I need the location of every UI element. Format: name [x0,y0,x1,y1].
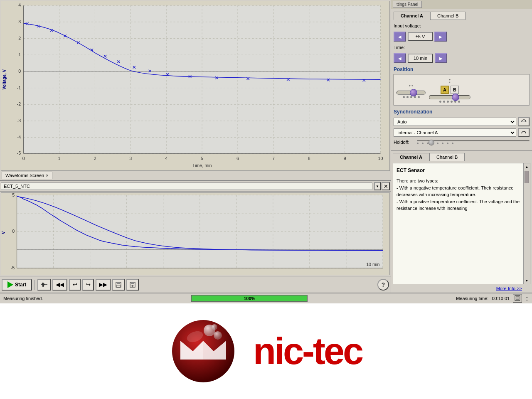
export-btn[interactable] [126,279,139,291]
sync-label: Synchronization [394,109,530,115]
status-bar: Measuring finished. 100% Measuring time:… [0,293,532,303]
holdoff-dot [417,143,419,144]
skip-back-btn[interactable]: ◀◀ [52,279,67,291]
svg-rect-104 [117,282,120,284]
nic-tec-logo-text: nic-tec [253,330,362,373]
svg-text:5: 5 [201,156,203,161]
progress-container: 100% [46,295,453,302]
scroll-thumb[interactable] [525,171,529,183]
settings-panel-label: ttings Panel [393,1,422,8]
svg-text:6: 6 [236,156,239,161]
channel-b-tab-settings[interactable]: Channel B [430,12,466,20]
time-label: Time: [394,45,427,50]
slider-dot [403,96,405,98]
info-scrollbar[interactable]: ▲ ▼ [523,163,530,284]
holdoff-thumb[interactable] [429,140,434,145]
sync-channel-select[interactable]: Internal - Channel A [394,128,516,137]
holdoff-dot [437,143,438,144]
scroll-down-btn[interactable]: ▼ [524,277,530,284]
voltage-value: ±5 V [408,32,433,41]
holdoff-dot [452,143,453,144]
svg-rect-107 [131,282,134,284]
holdoff-dot [422,143,424,144]
sync-btn-1[interactable] [518,117,530,126]
more-info-link[interactable]: More Info >> [393,286,530,291]
horizontal-slider[interactable] [397,91,426,95]
svg-text:5: 5 [12,193,15,197]
input-voltage-label: Input voltage: [394,23,427,28]
holdoff-slider[interactable] [417,140,530,141]
vertical-arrow-icon: ↕ [448,77,451,84]
info-channel-b-tab[interactable]: Channel B [429,153,465,161]
svg-text:1: 1 [18,53,21,57]
sync-auto-select[interactable]: Auto [394,118,516,126]
skip-forward-btn[interactable]: ▶▶ [96,279,111,291]
waveforms-tab-label: Waveforms Screen [5,173,44,178]
svg-text:4: 4 [165,156,167,161]
start-button[interactable]: Start [2,279,32,291]
svg-text:3: 3 [129,156,132,161]
measuring-status: Measuring finished. [3,296,43,301]
svg-text:-5: -5 [11,265,15,270]
voltage-decrease-btn[interactable] [394,32,406,42]
vertical-slider[interactable] [429,95,470,99]
horizontal-thumb[interactable] [410,89,417,96]
info-body: There are two types: - With a negative t… [397,177,520,212]
bottom-chart-header: ECT_5_NTC ▼ ✕ [0,181,391,192]
svg-text:0: 0 [22,156,25,161]
waveforms-tab[interactable]: Waveforms Screen × [2,172,52,179]
svg-text:7: 7 [272,156,275,161]
svg-point-118 [212,324,217,330]
nic-tec-logo-icon [170,318,236,384]
sync-btn-2[interactable] [518,128,530,137]
svg-text:0: 0 [12,229,15,234]
info-channel-a-tab[interactable]: Channel A [393,153,429,161]
holdoff-dot [447,143,448,144]
svg-text:-5: -5 [17,151,21,156]
position-label: Position [394,66,530,72]
waveforms-tab-close[interactable]: × [46,173,48,178]
waveform-btn[interactable] [37,279,51,291]
voltage-increase-btn[interactable] [434,32,447,42]
svg-text:-4: -4 [17,135,21,140]
position-controls: ↔ [394,74,530,106]
svg-text:2: 2 [18,36,21,41]
channel-b-pos[interactable]: B [451,86,459,94]
time-value: 10 min [408,54,433,63]
toolbar: Start ◀◀ ↩ ↪ ▶▶ ? [0,276,391,293]
resize-handle[interactable]: :: [525,295,529,302]
slider-dot [418,96,420,98]
svg-rect-105 [117,285,120,287]
time-decrease-btn[interactable] [394,53,406,63]
help-button[interactable]: ? [377,279,389,291]
channel-a-tab-settings[interactable]: Channel A [394,12,430,20]
horizontal-arrow-icon: ↔ [408,82,414,89]
slider-dot [458,101,460,103]
waveforms-tab-bar: Waveforms Screen × [0,171,391,180]
rewind-btn[interactable]: ↩ [69,279,81,291]
progress-bar: 100% [191,295,308,302]
toolbar-separator-1 [34,280,35,290]
time-increase-btn[interactable] [435,53,447,63]
status-icon-btn[interactable] [513,294,522,303]
bottom-chart-close[interactable]: ✕ [382,182,390,190]
svg-point-117 [214,331,222,340]
vertical-thumb[interactable] [452,94,459,101]
forward-btn[interactable]: ↪ [82,279,94,291]
save-btn[interactable] [112,279,125,291]
svg-text:0: 0 [18,69,21,74]
play-icon [7,281,13,288]
bottom-chart-dropdown[interactable]: ▼ [374,182,381,190]
slider-dot [443,101,445,103]
svg-text:-1: -1 [17,86,21,90]
start-label: Start [15,282,26,288]
scroll-up-btn[interactable]: ▲ [524,163,530,170]
measuring-time-container: Measuring time: 00:10:01 :: [456,294,529,303]
bottom-y-axis-label: V [1,231,6,234]
svg-text:-3: -3 [17,118,21,123]
y-axis-title: Voltage, V [2,69,6,89]
info-channel-tabs: Channel A Channel B [393,153,530,161]
svg-text:-2: -2 [17,102,21,107]
bottom-chart-time-label: 10 min [366,262,379,267]
channel-a-pos[interactable]: A [441,86,449,94]
